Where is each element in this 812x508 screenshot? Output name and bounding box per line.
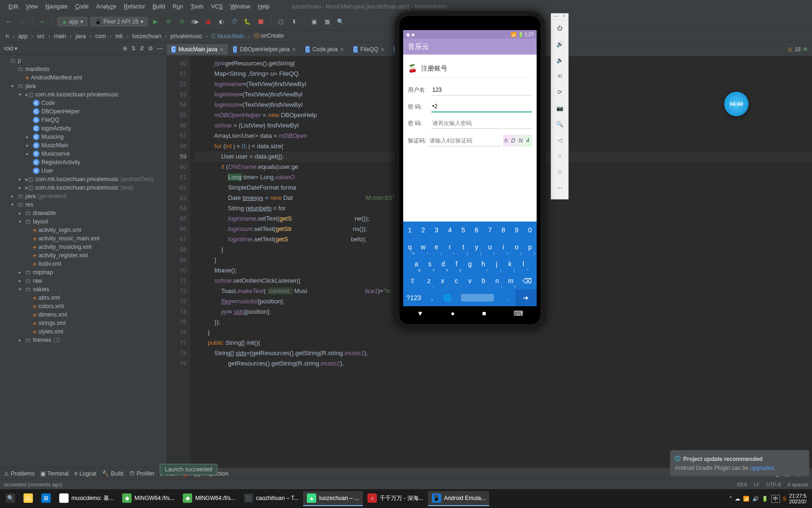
key-g[interactable]: g- — [463, 255, 476, 272]
emulator-close[interactable]: × — [560, 14, 568, 20]
tree-item[interactable]: ▾🗀 layout — [0, 217, 166, 226]
tray-clock[interactable]: 21:27:5 2022/2/ — [789, 493, 806, 504]
debug-reload-icon[interactable]: ⟳ — [164, 16, 174, 27]
emulator-volume-up-icon[interactable]: 🔊 — [551, 36, 568, 52]
coverage-icon[interactable]: ◐ — [216, 16, 226, 27]
crumb-class[interactable]: C MusicMain — [210, 33, 246, 40]
menu-edit[interactable]: Edit — [5, 3, 22, 10]
tree-item[interactable]: ▸C Musicing — [0, 133, 166, 141]
key-symbols[interactable]: ?123 — [403, 289, 424, 306]
tree-item[interactable]: ⬘ strings.xml — [0, 319, 166, 327]
tree-item[interactable]: ▾▸◫ com.mk.luozechuan.privatemusic — [0, 90, 166, 99]
key-enter[interactable]: ➜ — [515, 289, 537, 306]
emulator-power-icon[interactable]: ⏻ — [551, 20, 568, 36]
tray-ime[interactable]: 中 — [771, 495, 780, 503]
tray-sogou-icon[interactable]: S — [783, 496, 786, 501]
key-lang[interactable]: 🌐 — [439, 289, 454, 306]
nav-keyboard[interactable]: ⌨ — [514, 310, 523, 317]
key-h[interactable]: h+ — [476, 255, 490, 272]
nav-forward-icon[interactable]: → — [17, 16, 27, 27]
profile-icon[interactable]: ⏱ — [229, 16, 240, 27]
emulator-overview-icon[interactable]: □ — [551, 164, 568, 180]
tree-item[interactable]: ▸🗀 raw — [0, 277, 166, 285]
key-3[interactable]: 3 — [430, 222, 443, 238]
crumb-method[interactable]: ⓜ onCreate — [252, 32, 286, 40]
tree-item[interactable]: ▸🗀 themes (2) — [0, 336, 166, 344]
crumb[interactable]: main — [52, 33, 68, 40]
logcat-tab[interactable]: ≡ Logcat — [74, 470, 96, 477]
editor-tab[interactable]: CDBOpenHelper.java× — [228, 44, 301, 55]
profiler-tab[interactable]: ⏱ Profiler — [129, 470, 155, 477]
menu-vcs[interactable]: VCS — [207, 3, 226, 10]
key-e[interactable]: e| — [430, 238, 443, 255]
tree-item[interactable]: ▸▸◫ com.mk.luozechuan.privatemusic (andr… — [0, 175, 166, 183]
menu-code[interactable]: Code — [71, 3, 93, 10]
editor-tab[interactable]: CMusicMain.java× — [167, 44, 228, 55]
menu-refactor[interactable]: Refactor — [120, 3, 148, 10]
stop-icon[interactable] — [256, 16, 266, 27]
menu-analyze[interactable]: Analyze — [93, 3, 120, 10]
emulator-home-icon[interactable]: ○ — [551, 148, 568, 164]
tree-item[interactable]: ▸🗀 java (generated) — [0, 192, 166, 200]
tree-item[interactable]: ⬘ colors.xml — [0, 302, 166, 310]
debug-icon[interactable]: 🐞 — [203, 16, 213, 27]
key-y[interactable]: y] — [470, 238, 483, 255]
close-tab-icon[interactable]: × — [381, 47, 384, 52]
tray-wifi-icon[interactable]: 📶 — [743, 496, 750, 502]
terminal-tab[interactable]: ▣ Terminal — [40, 470, 69, 477]
nav-recents[interactable]: ■ — [482, 310, 486, 317]
resource-manager-icon[interactable]: ▣ — [309, 16, 320, 27]
taskbar-item[interactable]: ♪千千万万 - 深海... — [364, 491, 427, 506]
crumb[interactable]: luozechuan — [130, 33, 163, 40]
key-s[interactable]: s# — [423, 255, 436, 272]
key-w[interactable]: w\ — [416, 238, 429, 255]
line-separator[interactable]: LF — [754, 482, 760, 487]
key-j[interactable]: j( — [490, 255, 503, 272]
confirm-password-input[interactable] — [431, 118, 532, 129]
key-k[interactable]: k) — [503, 255, 516, 272]
close-tab-icon[interactable]: × — [341, 47, 344, 52]
tree-item[interactable]: ⬘ activity_musicing.xml — [0, 243, 166, 251]
tree-item[interactable]: ⬘ dimens.xml — [0, 310, 166, 319]
nav-home[interactable]: ● — [451, 310, 454, 317]
sync-icon[interactable]: ⤾ — [37, 16, 47, 27]
emulator-zoom-icon[interactable]: 🔍 — [551, 116, 568, 132]
key-x[interactable]: x" — [436, 272, 450, 289]
taskbar-item[interactable]: ⬛caozhihuan – T... — [240, 491, 303, 506]
collapse-all-icon[interactable]: ⇵ — [140, 45, 144, 52]
tray-up-icon[interactable]: ˄ — [729, 496, 732, 502]
key-b[interactable]: b; — [477, 272, 491, 289]
key-q[interactable]: q% — [403, 238, 416, 255]
taskbar-item[interactable]: 🗂 — [20, 491, 37, 506]
key-8[interactable]: 8 — [497, 222, 510, 238]
key-4[interactable]: 4 — [443, 222, 456, 238]
crumb[interactable]: privatemusic — [169, 33, 204, 40]
tree-item[interactable]: ⬘ activity_register.xml — [0, 251, 166, 260]
sdk-manager-icon[interactable]: ⬇ — [289, 16, 299, 27]
emulator-screenshot-icon[interactable]: 📷 — [551, 100, 568, 116]
key-u[interactable]: u< — [483, 238, 496, 255]
tree-item[interactable]: ▸🗀 mipmap — [0, 268, 166, 277]
locate-icon[interactable]: ⊕ — [123, 45, 127, 52]
tree-item[interactable]: ▾🗀 values — [0, 285, 166, 294]
key-9[interactable]: 9 — [510, 222, 523, 238]
tree-item[interactable]: ▸▸◫ com.mk.luozechuan.privatemusic (test… — [0, 183, 166, 192]
inspection-eye-icon[interactable]: 👁 — [803, 46, 808, 53]
tree-item[interactable]: 🗀 manifests — [0, 65, 166, 73]
system-tray[interactable]: ˄ ☁ 📶 🔊 🔋 中 S 21:27:5 2022/2/ — [726, 493, 810, 504]
clock-widget[interactable]: 04:40 — [724, 92, 749, 116]
editor-tab[interactable]: CCode.java× — [301, 44, 349, 55]
close-tab-icon[interactable]: × — [293, 47, 296, 52]
key-shift[interactable]: ⇧ — [403, 272, 422, 289]
menu-view[interactable]: View — [22, 3, 42, 10]
device-selector[interactable]: 📱 Pixel 2 API 26 ▾ — [90, 17, 148, 26]
menu-run[interactable]: Run — [169, 3, 187, 10]
tree-item[interactable]: ▸🗀 drawable — [0, 209, 166, 217]
file-encoding[interactable]: UTF-8 — [766, 482, 781, 487]
tree-item[interactable]: C RegisterActivity — [0, 158, 166, 167]
key-t[interactable]: t[ — [457, 238, 470, 255]
tray-battery-icon[interactable]: 🔋 — [762, 496, 768, 502]
expand-all-icon[interactable]: ⇅ — [131, 45, 136, 52]
avd-manager-icon[interactable]: ▢ — [276, 16, 286, 27]
taskbar-item[interactable]: ▲luozechuan – ... — [303, 491, 363, 506]
